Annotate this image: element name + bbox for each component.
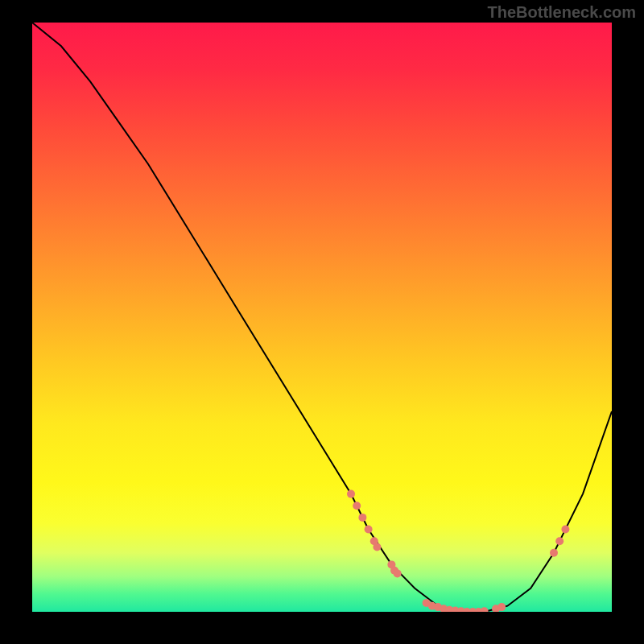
data-marker xyxy=(561,526,569,534)
data-marker xyxy=(347,490,355,498)
data-marker xyxy=(497,603,506,611)
bottleneck-curve xyxy=(32,23,612,612)
data-marker xyxy=(550,549,558,557)
data-markers xyxy=(347,490,569,612)
plot-area xyxy=(32,23,612,612)
data-marker xyxy=(394,569,402,577)
data-marker xyxy=(365,526,373,534)
data-marker xyxy=(373,543,381,551)
data-marker xyxy=(555,537,564,545)
watermark-text: TheBottleneck.com xyxy=(488,3,636,22)
data-marker xyxy=(358,514,366,522)
data-marker xyxy=(481,607,489,612)
data-marker xyxy=(353,502,361,510)
chart-svg xyxy=(32,23,612,612)
